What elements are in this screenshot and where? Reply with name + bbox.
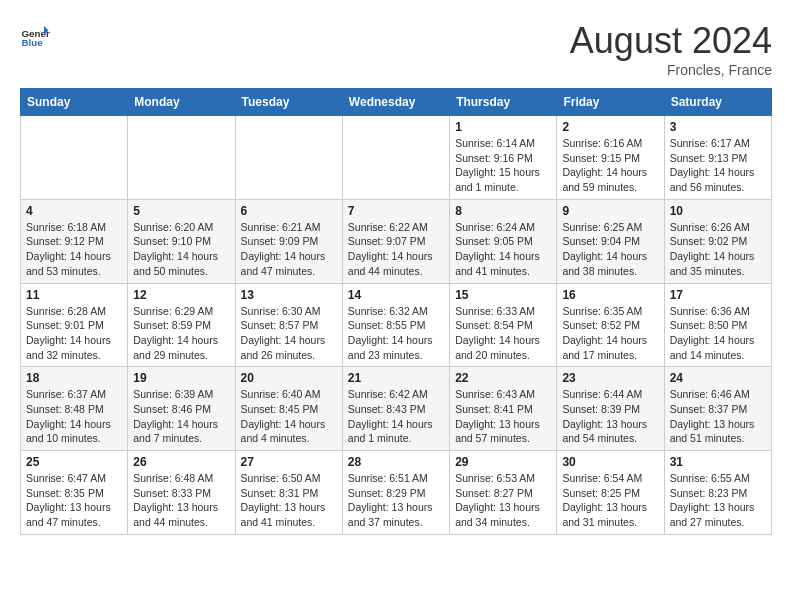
calendar-week-row: 25Sunrise: 6:47 AM Sunset: 8:35 PM Dayli… [21,451,772,535]
day-info: Sunrise: 6:22 AM Sunset: 9:07 PM Dayligh… [348,220,444,279]
calendar-cell [128,116,235,200]
calendar-cell: 2Sunrise: 6:16 AM Sunset: 9:15 PM Daylig… [557,116,664,200]
weekday-header-thursday: Thursday [450,89,557,116]
calendar-cell: 24Sunrise: 6:46 AM Sunset: 8:37 PM Dayli… [664,367,771,451]
day-info: Sunrise: 6:36 AM Sunset: 8:50 PM Dayligh… [670,304,766,363]
calendar-cell: 15Sunrise: 6:33 AM Sunset: 8:54 PM Dayli… [450,283,557,367]
day-info: Sunrise: 6:17 AM Sunset: 9:13 PM Dayligh… [670,136,766,195]
weekday-header-monday: Monday [128,89,235,116]
location: Froncles, France [570,62,772,78]
calendar-week-row: 11Sunrise: 6:28 AM Sunset: 9:01 PM Dayli… [21,283,772,367]
calendar-cell: 30Sunrise: 6:54 AM Sunset: 8:25 PM Dayli… [557,451,664,535]
calendar-cell: 27Sunrise: 6:50 AM Sunset: 8:31 PM Dayli… [235,451,342,535]
day-info: Sunrise: 6:21 AM Sunset: 9:09 PM Dayligh… [241,220,337,279]
day-number: 7 [348,204,444,218]
day-info: Sunrise: 6:14 AM Sunset: 9:16 PM Dayligh… [455,136,551,195]
calendar-cell: 21Sunrise: 6:42 AM Sunset: 8:43 PM Dayli… [342,367,449,451]
day-number: 18 [26,371,122,385]
day-number: 2 [562,120,658,134]
calendar-cell [21,116,128,200]
day-info: Sunrise: 6:51 AM Sunset: 8:29 PM Dayligh… [348,471,444,530]
calendar-week-row: 18Sunrise: 6:37 AM Sunset: 8:48 PM Dayli… [21,367,772,451]
month-year: August 2024 [570,20,772,62]
calendar-cell: 25Sunrise: 6:47 AM Sunset: 8:35 PM Dayli… [21,451,128,535]
calendar-cell: 1Sunrise: 6:14 AM Sunset: 9:16 PM Daylig… [450,116,557,200]
day-number: 13 [241,288,337,302]
day-info: Sunrise: 6:25 AM Sunset: 9:04 PM Dayligh… [562,220,658,279]
weekday-header-sunday: Sunday [21,89,128,116]
day-number: 22 [455,371,551,385]
day-info: Sunrise: 6:50 AM Sunset: 8:31 PM Dayligh… [241,471,337,530]
calendar-cell: 23Sunrise: 6:44 AM Sunset: 8:39 PM Dayli… [557,367,664,451]
day-number: 4 [26,204,122,218]
day-info: Sunrise: 6:30 AM Sunset: 8:57 PM Dayligh… [241,304,337,363]
weekday-header-wednesday: Wednesday [342,89,449,116]
weekday-header-saturday: Saturday [664,89,771,116]
calendar-table: SundayMondayTuesdayWednesdayThursdayFrid… [20,88,772,535]
day-info: Sunrise: 6:24 AM Sunset: 9:05 PM Dayligh… [455,220,551,279]
calendar-cell: 31Sunrise: 6:55 AM Sunset: 8:23 PM Dayli… [664,451,771,535]
day-number: 30 [562,455,658,469]
calendar-cell: 6Sunrise: 6:21 AM Sunset: 9:09 PM Daylig… [235,199,342,283]
title-block: August 2024 Froncles, France [570,20,772,78]
weekday-header-tuesday: Tuesday [235,89,342,116]
calendar-cell: 12Sunrise: 6:29 AM Sunset: 8:59 PM Dayli… [128,283,235,367]
day-number: 27 [241,455,337,469]
day-number: 19 [133,371,229,385]
day-number: 21 [348,371,444,385]
day-info: Sunrise: 6:29 AM Sunset: 8:59 PM Dayligh… [133,304,229,363]
calendar-week-row: 4Sunrise: 6:18 AM Sunset: 9:12 PM Daylig… [21,199,772,283]
calendar-cell: 5Sunrise: 6:20 AM Sunset: 9:10 PM Daylig… [128,199,235,283]
calendar-cell: 8Sunrise: 6:24 AM Sunset: 9:05 PM Daylig… [450,199,557,283]
day-info: Sunrise: 6:40 AM Sunset: 8:45 PM Dayligh… [241,387,337,446]
day-number: 8 [455,204,551,218]
calendar-cell [342,116,449,200]
day-info: Sunrise: 6:35 AM Sunset: 8:52 PM Dayligh… [562,304,658,363]
calendar-cell: 26Sunrise: 6:48 AM Sunset: 8:33 PM Dayli… [128,451,235,535]
day-info: Sunrise: 6:32 AM Sunset: 8:55 PM Dayligh… [348,304,444,363]
logo: General Blue [20,20,50,50]
day-info: Sunrise: 6:18 AM Sunset: 9:12 PM Dayligh… [26,220,122,279]
calendar-header-row: SundayMondayTuesdayWednesdayThursdayFrid… [21,89,772,116]
day-info: Sunrise: 6:55 AM Sunset: 8:23 PM Dayligh… [670,471,766,530]
calendar-cell: 9Sunrise: 6:25 AM Sunset: 9:04 PM Daylig… [557,199,664,283]
calendar-cell: 19Sunrise: 6:39 AM Sunset: 8:46 PM Dayli… [128,367,235,451]
calendar-cell: 18Sunrise: 6:37 AM Sunset: 8:48 PM Dayli… [21,367,128,451]
day-info: Sunrise: 6:43 AM Sunset: 8:41 PM Dayligh… [455,387,551,446]
calendar-cell: 10Sunrise: 6:26 AM Sunset: 9:02 PM Dayli… [664,199,771,283]
calendar-cell: 22Sunrise: 6:43 AM Sunset: 8:41 PM Dayli… [450,367,557,451]
day-number: 25 [26,455,122,469]
svg-text:Blue: Blue [22,37,44,48]
calendar-cell: 3Sunrise: 6:17 AM Sunset: 9:13 PM Daylig… [664,116,771,200]
day-number: 17 [670,288,766,302]
calendar-week-row: 1Sunrise: 6:14 AM Sunset: 9:16 PM Daylig… [21,116,772,200]
logo-icon: General Blue [20,20,50,50]
day-info: Sunrise: 6:46 AM Sunset: 8:37 PM Dayligh… [670,387,766,446]
day-number: 29 [455,455,551,469]
day-number: 11 [26,288,122,302]
day-number: 9 [562,204,658,218]
day-info: Sunrise: 6:28 AM Sunset: 9:01 PM Dayligh… [26,304,122,363]
day-info: Sunrise: 6:48 AM Sunset: 8:33 PM Dayligh… [133,471,229,530]
day-info: Sunrise: 6:54 AM Sunset: 8:25 PM Dayligh… [562,471,658,530]
calendar-cell: 29Sunrise: 6:53 AM Sunset: 8:27 PM Dayli… [450,451,557,535]
day-number: 16 [562,288,658,302]
day-info: Sunrise: 6:39 AM Sunset: 8:46 PM Dayligh… [133,387,229,446]
calendar-cell: 4Sunrise: 6:18 AM Sunset: 9:12 PM Daylig… [21,199,128,283]
calendar-cell: 17Sunrise: 6:36 AM Sunset: 8:50 PM Dayli… [664,283,771,367]
calendar-cell: 7Sunrise: 6:22 AM Sunset: 9:07 PM Daylig… [342,199,449,283]
day-info: Sunrise: 6:37 AM Sunset: 8:48 PM Dayligh… [26,387,122,446]
day-number: 15 [455,288,551,302]
day-number: 5 [133,204,229,218]
calendar-cell: 16Sunrise: 6:35 AM Sunset: 8:52 PM Dayli… [557,283,664,367]
day-info: Sunrise: 6:16 AM Sunset: 9:15 PM Dayligh… [562,136,658,195]
day-number: 14 [348,288,444,302]
calendar-cell: 13Sunrise: 6:30 AM Sunset: 8:57 PM Dayli… [235,283,342,367]
calendar-cell: 28Sunrise: 6:51 AM Sunset: 8:29 PM Dayli… [342,451,449,535]
day-number: 26 [133,455,229,469]
day-number: 28 [348,455,444,469]
weekday-header-friday: Friday [557,89,664,116]
day-number: 6 [241,204,337,218]
page-header: General Blue August 2024 Froncles, Franc… [20,20,772,78]
day-info: Sunrise: 6:47 AM Sunset: 8:35 PM Dayligh… [26,471,122,530]
